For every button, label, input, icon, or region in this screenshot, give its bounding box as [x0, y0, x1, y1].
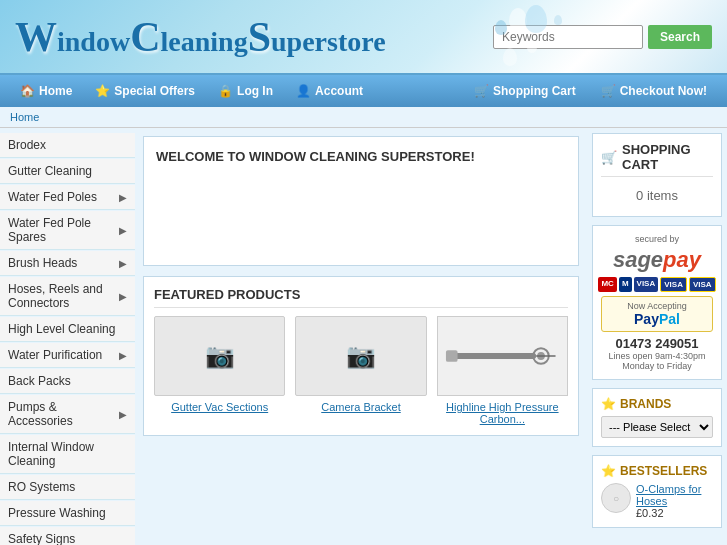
product-image-gutter-vac: 📷 — [154, 316, 285, 396]
now-accepting-text: Now Accepting — [606, 301, 708, 311]
nav-shopping-cart[interactable]: 🛒 Shopping Cart — [464, 80, 586, 102]
main-layout: Brodex Gutter Cleaning Water Fed Poles ▶… — [0, 128, 727, 545]
arrow-icon: ▶ — [119, 350, 127, 361]
visa-electron-icon: VISA — [689, 277, 716, 292]
bestseller-info: O-Clamps for Hoses £0.32 — [636, 483, 713, 519]
account-icon: 👤 — [296, 84, 311, 98]
sidebar-item-internal-window[interactable]: Internal Window Cleaning — [0, 435, 135, 474]
card-icons: MC M VISA VISA VISA — [601, 277, 713, 292]
sidebar-item-high-level[interactable]: High Level Cleaning — [0, 317, 135, 342]
search-button[interactable]: Search — [648, 25, 712, 49]
bestseller-item: ○ O-Clamps for Hoses £0.32 — [601, 483, 713, 519]
tool-svg — [444, 336, 560, 376]
product-name-gutter-vac[interactable]: Gutter Vac Sections — [154, 401, 285, 413]
lock-icon: 🔒 — [218, 84, 233, 98]
cart-box: 🛒 SHOPPING CART 0 items — [592, 133, 722, 217]
nav-special-offers[interactable]: ⭐ Special Offers — [85, 80, 205, 102]
right-sidebar: 🛒 SHOPPING CART 0 items secured by sagep… — [587, 128, 727, 545]
checkout-icon: 🛒 — [601, 84, 616, 98]
search-area: Search — [493, 25, 712, 49]
featured-section: FEATURED PRODUCTS 📷 Gutter Vac Sections … — [143, 276, 579, 436]
svg-rect-1 — [446, 350, 458, 362]
cart-header: 🛒 SHOPPING CART — [601, 142, 713, 177]
sidebar-item-safety-signs[interactable]: Safety Signs — [0, 527, 135, 545]
arrow-icon: ▶ — [119, 409, 127, 420]
nav-home[interactable]: 🏠 Home — [10, 80, 82, 102]
products-grid: 📷 Gutter Vac Sections 📷 Camera Bracket — [154, 316, 568, 425]
sagepay-box: secured by sagepay MC M VISA VISA VISA N… — [592, 225, 722, 380]
svg-rect-0 — [449, 353, 536, 359]
nav-login[interactable]: 🔒 Log In — [208, 80, 283, 102]
camera-icon: 📷 — [205, 342, 235, 370]
sidebar-item-brush-heads[interactable]: Brush Heads ▶ — [0, 251, 135, 276]
phone-number: 01473 249051 — [601, 336, 713, 351]
welcome-section: WELCOME TO WINDOW CLEANING SUPERSTORE! — [143, 136, 579, 266]
breadcrumb: Home — [0, 107, 727, 128]
sidebar-item-water-purification[interactable]: Water Purification ▶ — [0, 343, 135, 368]
product-name-camera-bracket[interactable]: Camera Bracket — [295, 401, 426, 413]
phone-hours-line2: Monday to Friday — [601, 361, 713, 371]
sidebar-item-pressure-washing[interactable]: Pressure Washing — [0, 501, 135, 526]
product-thumbnail-icon: ○ — [613, 493, 619, 504]
sidebar-item-pumps[interactable]: Pumps & Accessories ▶ — [0, 395, 135, 434]
arrow-icon: ▶ — [119, 192, 127, 203]
nav-right: 🛒 Shopping Cart 🛒 Checkout Now! — [464, 80, 717, 102]
bestsellers-box: ⭐ BESTSELLERS ○ O-Clamps for Hoses £0.32 — [592, 455, 722, 528]
header: Window Cleaning Superstore Search — [0, 0, 727, 75]
sidebar-item-gutter-cleaning[interactable]: Gutter Cleaning — [0, 159, 135, 184]
logo: Window Cleaning Superstore — [15, 13, 386, 61]
sidebar-item-ro-systems[interactable]: RO Systems — [0, 475, 135, 500]
nav-account[interactable]: 👤 Account — [286, 80, 373, 102]
product-item-camera-bracket: 📷 Camera Bracket — [295, 316, 426, 425]
navbar: 🏠 Home ⭐ Special Offers 🔒 Log In 👤 Accou… — [0, 75, 727, 107]
product-name-highline[interactable]: Highline High Pressure Carbon... — [437, 401, 568, 425]
paypal-box: Now Accepting PayPal — [601, 296, 713, 332]
star-bestsellers-icon: ⭐ — [601, 464, 616, 478]
nav-left: 🏠 Home ⭐ Special Offers 🔒 Log In 👤 Accou… — [10, 80, 459, 102]
welcome-title: WELCOME TO WINDOW CLEANING SUPERSTORE! — [156, 149, 566, 164]
cart-header-icon: 🛒 — [601, 150, 617, 165]
sidebar-item-water-fed-poles[interactable]: Water Fed Poles ▶ — [0, 185, 135, 210]
sidebar: Brodex Gutter Cleaning Water Fed Poles ▶… — [0, 128, 135, 545]
arrow-icon: ▶ — [119, 258, 127, 269]
cart-icon: 🛒 — [474, 84, 489, 98]
sagepay-logo: sagepay — [601, 247, 713, 273]
content-area: WELCOME TO WINDOW CLEANING SUPERSTORE! F… — [135, 128, 587, 545]
phone-hours-line1: Lines open 9am-4:30pm — [601, 351, 713, 361]
bestseller-name[interactable]: O-Clamps for Hoses — [636, 483, 713, 507]
sidebar-item-water-fed-pole-spares[interactable]: Water Fed Pole Spares ▶ — [0, 211, 135, 250]
sidebar-item-brodex[interactable]: Brodex — [0, 133, 135, 158]
nav-checkout[interactable]: 🛒 Checkout Now! — [591, 80, 717, 102]
sidebar-item-hoses[interactable]: Hoses, Reels and Connectors ▶ — [0, 277, 135, 316]
brands-select[interactable]: --- Please Select --- — [601, 416, 713, 438]
paypal-logo: PayPal — [606, 311, 708, 327]
maestro-icon: M — [619, 277, 632, 292]
brands-title: ⭐ BRANDS — [601, 397, 713, 411]
breadcrumb-home[interactable]: Home — [10, 111, 39, 123]
brands-box: ⭐ BRANDS --- Please Select --- — [592, 388, 722, 447]
home-icon: 🏠 — [20, 84, 35, 98]
star-icon: ⭐ — [95, 84, 110, 98]
mastercard-icon: MC — [598, 277, 616, 292]
product-image-highline — [437, 316, 568, 396]
product-item-gutter-vac: 📷 Gutter Vac Sections — [154, 316, 285, 425]
product-image-camera-bracket: 📷 — [295, 316, 426, 396]
cart-count: 0 items — [601, 183, 713, 208]
sidebar-item-back-packs[interactable]: Back Packs — [0, 369, 135, 394]
arrow-icon: ▶ — [119, 291, 127, 302]
visa-icon-2: VISA — [660, 277, 687, 292]
bestseller-img: ○ — [601, 483, 631, 513]
bestseller-price: £0.32 — [636, 507, 713, 519]
product-item-highline: Highline High Pressure Carbon... — [437, 316, 568, 425]
star-brands-icon: ⭐ — [601, 397, 616, 411]
camera-icon: 📷 — [346, 342, 376, 370]
secured-text: secured by — [601, 234, 713, 244]
visa-icon-1: VISA — [634, 277, 659, 292]
bestsellers-title: ⭐ BESTSELLERS — [601, 464, 713, 478]
featured-title: FEATURED PRODUCTS — [154, 287, 568, 308]
arrow-icon: ▶ — [119, 225, 127, 236]
